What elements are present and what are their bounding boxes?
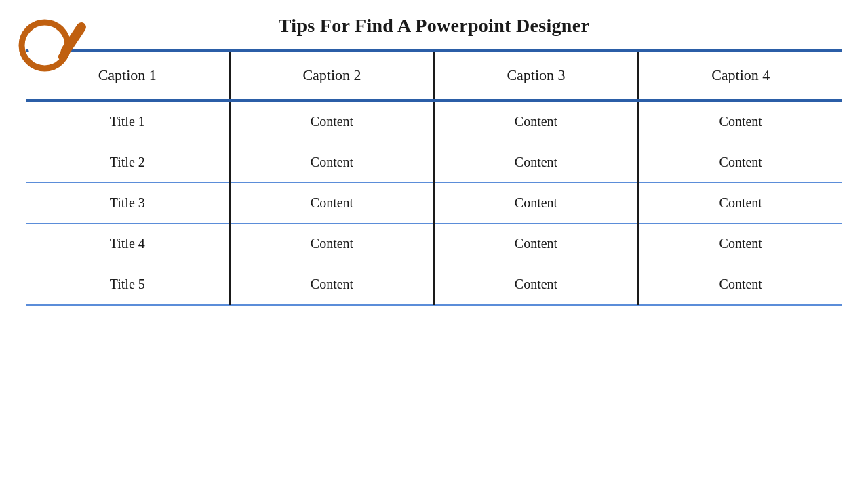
caption-4: Caption 4 xyxy=(638,52,842,100)
row-5-title: Title 5 xyxy=(26,264,230,305)
row-3-title: Title 3 xyxy=(26,183,230,224)
page-title: Tips For Find A Powerpoint Designer xyxy=(0,0,868,37)
page: Tips For Find A Powerpoint Designer Capt… xyxy=(0,0,868,488)
caption-2: Caption 2 xyxy=(230,52,434,100)
row-4-col3: Content xyxy=(434,224,638,264)
row-5-col4: Content xyxy=(638,264,842,305)
svg-point-2 xyxy=(28,28,62,62)
row-1-col3: Content xyxy=(434,100,638,142)
table-row: Title 3ContentContentContent xyxy=(26,183,842,224)
magnifier-icon xyxy=(14,7,88,81)
table-row: Title 5ContentContentContent xyxy=(26,264,842,305)
row-4-col2: Content xyxy=(230,224,434,264)
table-row: Title 4ContentContentContent xyxy=(26,224,842,264)
table-bottom-border xyxy=(26,305,842,306)
row-2-col2: Content xyxy=(230,142,434,183)
row-1-title: Title 1 xyxy=(26,100,230,142)
row-1-col4: Content xyxy=(638,100,842,142)
table-container: Caption 1 Caption 2 Caption 3 Caption 4 … xyxy=(26,49,842,306)
row-2-col4: Content xyxy=(638,142,842,183)
row-3-col2: Content xyxy=(230,183,434,224)
row-1-col2: Content xyxy=(230,100,434,142)
caption-3: Caption 3 xyxy=(434,52,638,100)
row-5-col2: Content xyxy=(230,264,434,305)
table-header-row: Caption 1 Caption 2 Caption 3 Caption 4 xyxy=(26,52,842,100)
table-row: Title 2ContentContentContent xyxy=(26,142,842,183)
table-row: Title 1ContentContentContent xyxy=(26,100,842,142)
row-5-col3: Content xyxy=(434,264,638,305)
row-2-title: Title 2 xyxy=(26,142,230,183)
main-table: Caption 1 Caption 2 Caption 3 Caption 4 … xyxy=(26,52,842,305)
row-4-col4: Content xyxy=(638,224,842,264)
row-3-col3: Content xyxy=(434,183,638,224)
row-3-col4: Content xyxy=(638,183,842,224)
row-4-title: Title 4 xyxy=(26,224,230,264)
row-2-col3: Content xyxy=(434,142,638,183)
